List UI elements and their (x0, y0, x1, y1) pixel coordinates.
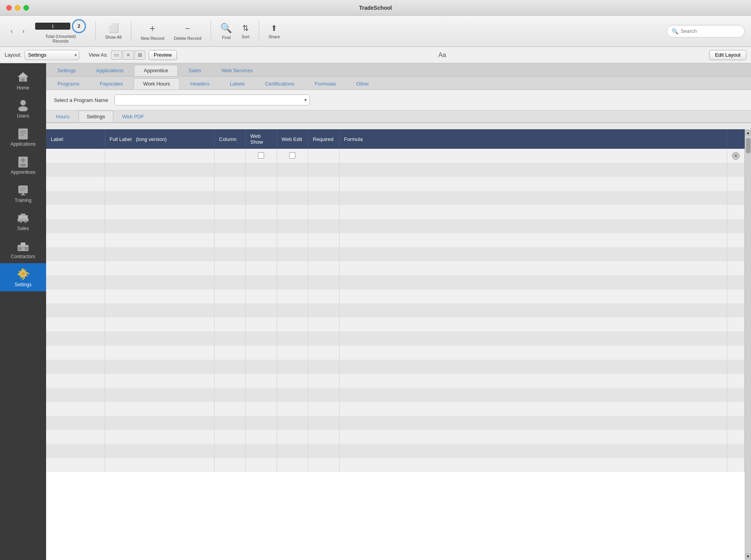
scrollbar-thumb[interactable] (746, 138, 751, 153)
sub-tab-web-pdf[interactable]: Web PDF (114, 111, 152, 122)
sort-button[interactable]: ⇅ Sort (238, 22, 252, 41)
web-edit-checkbox[interactable] (289, 152, 295, 159)
table-header-row: Label Full Label (long version) Column W… (46, 129, 745, 149)
sidebar-item-applications[interactable]: Applications (0, 123, 46, 151)
sub-tab-settings[interactable]: Settings (79, 111, 113, 122)
sidebar-item-contractors[interactable]: Contractors (0, 235, 46, 263)
tab-programs[interactable]: Programs (48, 78, 89, 89)
search-box[interactable]: 🔍 (667, 25, 745, 37)
sidebar-item-training-label: Training (15, 198, 32, 203)
close-button[interactable] (6, 5, 12, 11)
title-bar: TradeSchool (0, 0, 751, 16)
svg-rect-13 (20, 188, 26, 189)
col-action (727, 129, 745, 149)
edit-layout-button[interactable]: Edit Layout (709, 50, 746, 60)
share-label: Share (268, 34, 280, 39)
sidebar-item-users[interactable]: Users (0, 95, 46, 123)
records-slider[interactable]: 1 (35, 23, 70, 30)
program-select[interactable] (114, 95, 310, 105)
tab-headers[interactable]: Headers (181, 78, 219, 89)
svg-rect-7 (20, 133, 26, 134)
preview-button[interactable]: Preview (148, 50, 177, 60)
sidebar-item-apprentices[interactable]: Apprentices (0, 151, 46, 179)
sidebar-item-sales-label: Sales (17, 226, 29, 231)
records-slider-container: 1 2 (35, 19, 86, 33)
view-table-button[interactable]: ⊞ (134, 50, 145, 60)
tab-certifications[interactable]: Certifications (255, 78, 304, 89)
table-row (46, 402, 745, 416)
svg-rect-24 (18, 247, 21, 250)
col-required: Required (308, 129, 339, 149)
find-label: Find (222, 35, 230, 40)
program-select-wrapper (114, 95, 310, 105)
sidebar-item-settings[interactable]: Settings (0, 263, 46, 291)
table-row (46, 205, 745, 219)
tab-labels[interactable]: Labels (220, 78, 254, 89)
tab-applications[interactable]: Applications (86, 65, 133, 76)
web-show-checkbox[interactable] (258, 152, 264, 159)
scroll-down-button[interactable]: ▼ (746, 554, 751, 559)
tab-sales[interactable]: Sales (179, 65, 211, 76)
view-as-label: View As: (89, 52, 108, 58)
show-all-button[interactable]: ⬜ Show All (102, 21, 125, 41)
svg-rect-23 (21, 243, 25, 246)
svg-rect-17 (18, 218, 29, 221)
toolbar: ‹ › 1 2 Total (Unsorted) Records ⬜ Show … (0, 16, 751, 47)
tab-apprentice[interactable]: Apprentice (134, 65, 178, 76)
col-label: Label (46, 129, 105, 149)
maximize-button[interactable] (23, 5, 29, 11)
delete-record-button[interactable]: － Delete Record (171, 20, 204, 42)
forward-button[interactable]: › (18, 26, 29, 37)
find-button[interactable]: 🔍 Find (217, 21, 235, 41)
users-icon (16, 98, 30, 112)
sub-tabs: Hours Settings Web PDF (46, 111, 751, 123)
table-row (46, 416, 745, 430)
view-list-button[interactable]: ≡ (123, 50, 134, 60)
svg-point-21 (24, 221, 27, 223)
layout-select[interactable]: Settings (25, 50, 79, 60)
sidebar-item-home[interactable]: Home (0, 66, 46, 95)
minimize-button[interactable] (15, 5, 20, 11)
sub-tab-hours[interactable]: Hours (48, 111, 78, 122)
svg-rect-8 (20, 135, 24, 136)
scroll-up-button[interactable]: ▲ (746, 130, 751, 136)
svg-point-3 (20, 100, 26, 105)
sidebar-item-training[interactable]: Training (0, 179, 46, 207)
sort-icon: ⇅ (242, 23, 249, 33)
training-icon (16, 183, 30, 196)
tab-payscales[interactable]: Payscales (90, 78, 132, 89)
vertical-scrollbar[interactable]: ▲ ▼ (745, 129, 751, 560)
back-button[interactable]: ‹ (6, 26, 17, 37)
total-count: 2 (77, 23, 80, 29)
text-format-icon: Aa (438, 52, 446, 59)
view-form-button[interactable]: ▭ (111, 50, 122, 60)
svg-point-29 (21, 272, 25, 276)
delete-row-button[interactable]: ✕ (732, 152, 740, 160)
new-record-button[interactable]: ＋ New Record (138, 20, 168, 42)
tab-other[interactable]: Other (347, 78, 379, 89)
divider-4 (259, 21, 259, 41)
tab-web-services[interactable]: Web Services (212, 65, 263, 76)
svg-rect-2 (21, 78, 25, 82)
svg-rect-6 (20, 131, 26, 132)
svg-point-4 (18, 106, 28, 111)
sidebar-item-sales[interactable]: Sales (0, 207, 46, 235)
settings-icon (16, 267, 30, 280)
records-value: 1 (37, 24, 69, 29)
tab-formulas[interactable]: Formulas (305, 78, 346, 89)
delete-record-label: Delete Record (174, 36, 201, 41)
applications-icon (16, 127, 30, 140)
view-buttons: ▭ ≡ ⊞ (111, 50, 145, 60)
share-button[interactable]: ⬆ Share (265, 22, 283, 41)
sidebar-item-applications-label: Applications (11, 141, 36, 147)
sidebar-item-settings-label: Settings (14, 282, 31, 287)
main-container: Home Users Applications (0, 63, 751, 560)
tab-work-hours[interactable]: Work Hours (134, 78, 180, 89)
sidebar-item-users-label: Users (17, 113, 29, 119)
tab-settings[interactable]: Settings (48, 65, 86, 76)
find-icon: 🔍 (220, 23, 232, 34)
layout-bar: Layout: Settings View As: ▭ ≡ ⊞ Preview … (0, 47, 751, 63)
sidebar-item-apprentices-label: Apprentices (11, 169, 35, 175)
svg-point-10 (21, 158, 25, 162)
search-input[interactable] (681, 28, 740, 34)
